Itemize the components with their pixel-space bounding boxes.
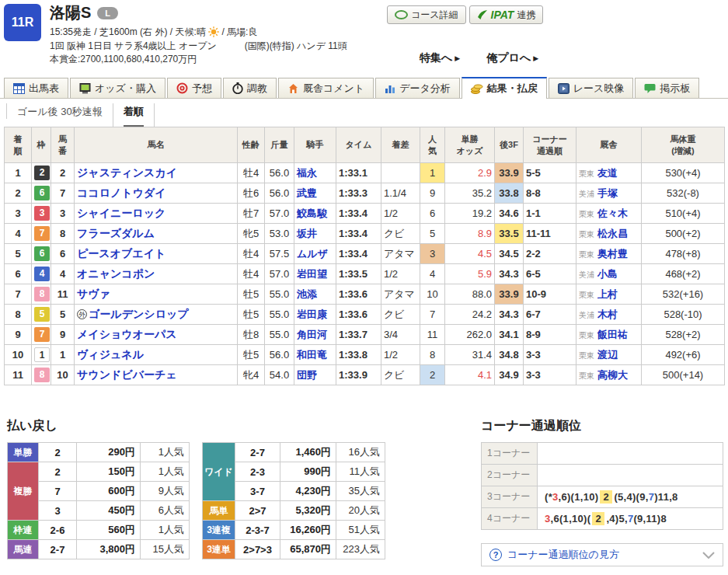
tab-1[interactable]: 出馬表 bbox=[4, 78, 68, 98]
horse-name-link[interactable]: メイショウオーパス bbox=[77, 328, 177, 340]
stable-link[interactable]: 松永昌 bbox=[597, 228, 628, 239]
tokushu-link[interactable]: 特集へ▶ bbox=[420, 51, 460, 65]
jockey-link[interactable]: 団野 bbox=[297, 369, 317, 381]
payout-table-right: ワイド2-71,460円16人気2-3990円11人気3-74,230円35人気… bbox=[202, 442, 385, 559]
tab-2[interactable]: オッズ・購入 bbox=[70, 78, 165, 98]
bet-type-label: 馬単 bbox=[203, 501, 235, 521]
tab-5[interactable]: 厩舎コメント bbox=[278, 78, 374, 98]
stable-link[interactable]: 佐々木 bbox=[597, 207, 628, 219]
sex-age: 牡5 bbox=[238, 305, 265, 325]
popularity: 9 bbox=[420, 183, 445, 204]
stable-link[interactable]: 小島 bbox=[597, 268, 618, 280]
tab-8[interactable]: レース映像 bbox=[549, 78, 634, 98]
result-row: 478フラーズダルム牝553.0坂井1:33.4クビ58.933.511-11栗… bbox=[5, 224, 725, 244]
frame-cell: 3 bbox=[32, 204, 51, 224]
stable-link[interactable]: 飯田祐 bbox=[597, 329, 628, 340]
jockey-link[interactable]: 福永 bbox=[297, 167, 317, 179]
stable-region: 栗東 bbox=[579, 250, 594, 259]
course-detail-button[interactable]: コース詳細 bbox=[387, 5, 466, 24]
horse-name-cell: ピースオブエイト bbox=[75, 244, 238, 264]
payout-amount: 150円 bbox=[77, 462, 141, 482]
frame-cell: 8 bbox=[32, 365, 51, 385]
frame-number: 5 bbox=[34, 307, 50, 322]
stable-link[interactable]: 奥村豊 bbox=[597, 248, 628, 260]
column-header: 着差 bbox=[381, 127, 420, 163]
tab-4[interactable]: 調教 bbox=[223, 78, 277, 98]
subtab-1[interactable]: ゴール後 30秒速報 bbox=[6, 103, 113, 119]
horse-name-link[interactable]: オニャンコポン bbox=[77, 267, 155, 280]
column-header: 斤量 bbox=[265, 127, 294, 163]
stable-link[interactable]: 上村 bbox=[597, 288, 618, 300]
payout-popularity: 11人気 bbox=[336, 462, 385, 482]
horse-name-link[interactable]: ヴィジュネル bbox=[77, 348, 144, 361]
horse-name-link[interactable]: フラーズダルム bbox=[77, 227, 155, 239]
horse-name-cell: ジャスティンスカイ bbox=[75, 163, 238, 183]
frame-number: 3 bbox=[34, 206, 50, 221]
result-row: 11810サウンドビバーチェ牝454.0団野1:33.9クビ24.134.93-… bbox=[5, 365, 725, 385]
jockey-link[interactable]: 坂井 bbox=[297, 228, 317, 239]
last-3f: 33.8 bbox=[495, 183, 524, 204]
horse-name-link[interactable]: サウンドビバーチェ bbox=[77, 368, 177, 381]
stable-link[interactable]: 高柳大 bbox=[597, 369, 628, 381]
bet-type-label: 3連複 bbox=[203, 521, 235, 540]
horse-weight: 530(+4) bbox=[642, 163, 725, 183]
jockey-link[interactable]: 角田河 bbox=[297, 329, 327, 340]
stable-cell: 栗東奥村豊 bbox=[576, 244, 642, 264]
payout-amount: 3,800円 bbox=[77, 540, 141, 559]
jockey-link[interactable]: 和田竜 bbox=[297, 349, 327, 361]
payout-amount: 16,260円 bbox=[280, 521, 336, 540]
horse-name-cell: シャイニーロック bbox=[75, 204, 238, 224]
jockey-link[interactable]: 岩田望 bbox=[297, 268, 327, 280]
horse-name-link[interactable]: ココロノトウダイ bbox=[77, 186, 166, 199]
ipat-link-button[interactable]: IPAT 連携 bbox=[469, 5, 544, 24]
result-payout-icon bbox=[471, 83, 483, 94]
stable-region: 栗東 bbox=[579, 371, 594, 380]
payout-amount: 560円 bbox=[77, 521, 141, 540]
stable-link[interactable]: 渡辺 bbox=[597, 349, 618, 361]
frame-number: 7 bbox=[34, 327, 50, 342]
horse-name-link[interactable]: ゴールデンシロップ bbox=[89, 308, 189, 320]
horse-name-link[interactable]: ピースオブエイト bbox=[77, 247, 165, 260]
payout-combination: 2>7>3 bbox=[235, 540, 280, 559]
subtab-2[interactable]: 着順 bbox=[113, 103, 155, 127]
jockey-link[interactable]: 武豊 bbox=[297, 187, 317, 199]
horse-name-cell: 外ゴールデンシロップ bbox=[75, 305, 238, 325]
jockey-link[interactable]: 池添 bbox=[297, 288, 317, 300]
sex-age: 牡5 bbox=[238, 345, 265, 365]
jockey-link[interactable]: 岩田康 bbox=[297, 308, 327, 320]
horse-name-cell: オニャンコポン bbox=[75, 264, 238, 284]
stable-link[interactable]: 手塚 bbox=[597, 187, 618, 199]
jockey-link[interactable]: ムルザ bbox=[297, 248, 328, 260]
tab-3[interactable]: 予想 bbox=[167, 78, 221, 98]
orepro-link[interactable]: 俺プロへ▶ bbox=[486, 51, 538, 65]
result-row: 644オニャンコポン牡457.0岩田望1:33.51/245.934.36-5美… bbox=[5, 264, 725, 284]
column-header: 後3F bbox=[495, 127, 524, 163]
payout-popularity: 1人気 bbox=[141, 462, 190, 482]
stable-region: 栗東 bbox=[579, 230, 594, 239]
horse-name-link[interactable]: シャイニーロック bbox=[77, 207, 165, 219]
win-odds: 31.4 bbox=[445, 345, 495, 365]
tab-6[interactable]: データ分析 bbox=[375, 78, 460, 98]
main-tabbar: 出馬表オッズ・購入予想調教厩舎コメントデータ分析結果・払戻レース映像掲示板 bbox=[0, 78, 728, 99]
payout-amount: 290円 bbox=[77, 443, 141, 462]
payout-popularity: 6人気 bbox=[141, 501, 190, 521]
jockey-link[interactable]: 鮫島駿 bbox=[297, 207, 327, 219]
stable-link[interactable]: 友道 bbox=[597, 167, 618, 179]
payout-row: 馬単2>75,320円20人気 bbox=[203, 501, 385, 521]
bet-type-label: 馬連 bbox=[8, 540, 39, 559]
stable-link[interactable]: 木村 bbox=[597, 308, 618, 320]
stable-region: 栗東 bbox=[579, 331, 594, 340]
sex-age: 牡4 bbox=[238, 244, 265, 264]
column-header: 単勝オッズ bbox=[445, 127, 495, 163]
frame-cell: 7 bbox=[32, 224, 51, 244]
popularity: 2 bbox=[420, 365, 445, 385]
horse-name-link[interactable]: ジャスティンスカイ bbox=[77, 166, 177, 179]
stable-cell: 栗東友道 bbox=[576, 163, 642, 183]
horse-name-link[interactable]: サヴァ bbox=[77, 288, 110, 300]
finish-time: 1:33.7 bbox=[336, 325, 381, 345]
corner-position: 11-11 bbox=[524, 224, 576, 244]
jockey-cell: 角田河 bbox=[294, 325, 336, 345]
tab-7[interactable]: 結果・払戻 bbox=[462, 77, 547, 99]
corner-help-link[interactable]: ? コーナー通過順位の見方 bbox=[481, 543, 723, 566]
tab-9[interactable]: 掲示板 bbox=[635, 78, 699, 98]
